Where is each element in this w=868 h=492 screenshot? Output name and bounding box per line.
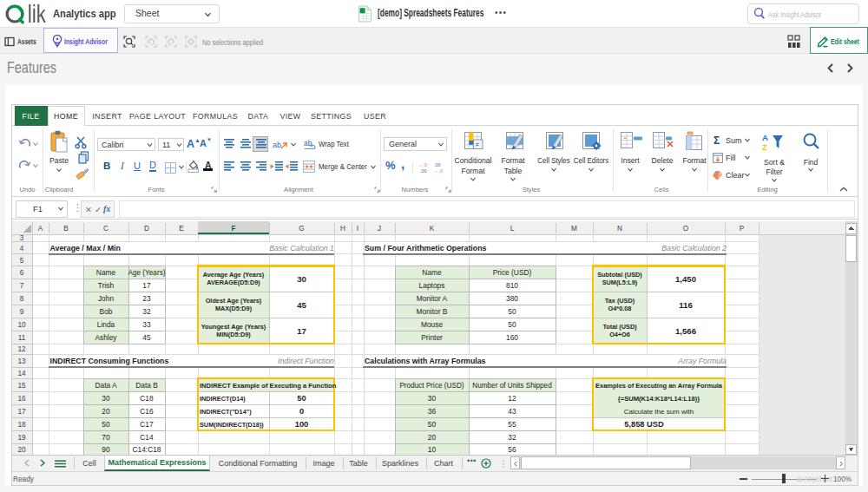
svg-text:43: 43 — [508, 407, 516, 416]
svg-text:3: 3 — [20, 234, 24, 242]
svg-text:90: 90 — [102, 445, 110, 454]
svg-text:Data A: Data A — [95, 381, 117, 390]
svg-text:≠: ≠ — [476, 141, 479, 148]
svg-text:Product Price (USD): Product Price (USD) — [399, 382, 464, 390]
svg-text:D: D — [144, 225, 149, 233]
svg-text:12: 12 — [17, 345, 26, 353]
svg-text:45: 45 — [142, 333, 151, 342]
svg-text:John: John — [98, 294, 115, 303]
svg-text:Ashley: Ashley — [95, 333, 117, 342]
svg-text:4: 4 — [20, 245, 24, 253]
svg-text:B: B — [63, 225, 69, 233]
svg-text:Sum / Four Arithmetic Operatio: Sum / Four Arithmetic Operations — [365, 244, 487, 253]
svg-text:INDIRECT Example of Executing: INDIRECT Example of Executing a Function — [200, 382, 337, 390]
svg-text:I: I — [357, 225, 358, 233]
svg-text:Printer: Printer — [421, 333, 443, 342]
svg-text:18: 18 — [17, 421, 26, 429]
svg-text:Age (Years): Age (Years) — [128, 269, 166, 277]
svg-text:0: 0 — [299, 407, 304, 416]
svg-text:C16: C16 — [140, 407, 154, 416]
svg-text:30: 30 — [297, 274, 306, 284]
svg-text:50: 50 — [102, 420, 110, 429]
svg-text:50: 50 — [428, 420, 437, 429]
svg-text:5,858 USD: 5,858 USD — [624, 420, 664, 429]
svg-text:L: L — [510, 225, 515, 233]
svg-text:30: 30 — [102, 394, 110, 403]
svg-text:380: 380 — [506, 294, 518, 303]
svg-text:N: N — [617, 225, 622, 233]
svg-text:F: F — [231, 225, 235, 233]
svg-text:←.0: ←.0 — [418, 162, 427, 167]
svg-text:MIN(D5:D9): MIN(D5:D9) — [216, 331, 251, 338]
svg-text:7: 7 — [20, 282, 24, 290]
svg-text:20: 20 — [102, 407, 110, 416]
svg-text:Indirect Function: Indirect Function — [278, 357, 334, 365]
svg-text:Basic Calculation 2: Basic Calculation 2 — [661, 244, 727, 253]
svg-text:INDIRECT(D14): INDIRECT(D14) — [200, 395, 246, 403]
svg-text:K: K — [430, 225, 435, 233]
svg-text:17: 17 — [17, 408, 26, 416]
svg-text:SUM(INDIRECT(D18)): SUM(INDIRECT(D18)) — [200, 421, 264, 429]
svg-text:M: M — [571, 225, 577, 233]
svg-text:MAX(D5:D9): MAX(D5:D9) — [215, 305, 253, 312]
svg-text:1,450: 1,450 — [675, 274, 696, 284]
svg-text:P: P — [740, 225, 745, 233]
svg-text:Name: Name — [422, 268, 442, 277]
svg-text:INDIRECT("D14"): INDIRECT("D14") — [200, 408, 252, 416]
svg-text:ab: ab — [273, 141, 281, 149]
svg-text:50: 50 — [508, 307, 516, 316]
svg-text:116: 116 — [679, 300, 692, 310]
svg-text:32: 32 — [142, 307, 151, 316]
svg-text:C14:C18: C14:C18 — [132, 445, 161, 454]
svg-text:11: 11 — [18, 334, 26, 342]
svg-text:C17: C17 — [140, 420, 154, 429]
svg-text:Number of Units Shipped: Number of Units Shipped — [472, 382, 552, 390]
svg-text:17: 17 — [297, 326, 306, 336]
svg-text:55: 55 — [508, 420, 516, 429]
svg-text:56: 56 — [508, 445, 516, 454]
svg-text:Examples of Executing an Array: Examples of Executing an Array Formula — [595, 382, 723, 390]
svg-text:Array Formula: Array Formula — [677, 357, 727, 365]
svg-text:G: G — [299, 225, 304, 233]
svg-text:20: 20 — [17, 446, 26, 454]
svg-text:70: 70 — [102, 433, 110, 442]
svg-text:10: 10 — [17, 321, 26, 329]
svg-text:23: 23 — [142, 294, 151, 303]
svg-text:12: 12 — [508, 394, 516, 403]
svg-text:AVERAGE(D5:D9): AVERAGE(D5:D9) — [207, 279, 260, 286]
svg-text:O4+O6: O4+O6 — [609, 331, 630, 338]
svg-text:5: 5 — [20, 257, 24, 265]
svg-text:Monitor B: Monitor B — [417, 307, 448, 316]
svg-text:Trish: Trish — [98, 281, 115, 290]
svg-text:Linda: Linda — [97, 320, 115, 329]
svg-text:Mouse: Mouse — [421, 320, 443, 329]
svg-text:14: 14 — [17, 370, 26, 377]
svg-text:C14: C14 — [140, 433, 154, 442]
svg-text:810: 810 — [506, 281, 518, 290]
svg-text:15: 15 — [17, 382, 26, 390]
svg-text:19: 19 — [17, 434, 26, 442]
svg-text:20: 20 — [428, 433, 437, 442]
svg-text:C: C — [103, 225, 108, 233]
svg-text:A: A — [762, 133, 768, 142]
svg-text:32: 32 — [508, 433, 516, 442]
svg-text:13: 13 — [17, 358, 26, 365]
svg-text:30: 30 — [428, 394, 437, 403]
svg-text:Average / Max / Min: Average / Max / Min — [50, 244, 121, 253]
svg-text:{=SUM(K14:K18*L14:L18)}: {=SUM(K14:K18*L14:L18)} — [618, 395, 700, 403]
svg-text:O: O — [683, 225, 688, 233]
svg-text:17: 17 — [142, 281, 151, 290]
svg-text:Z: Z — [762, 142, 767, 151]
svg-text:C18: C18 — [140, 394, 154, 403]
svg-text:100: 100 — [295, 420, 309, 429]
svg-text:.00: .00 — [434, 162, 441, 167]
svg-text:16: 16 — [17, 395, 26, 403]
svg-text:Calculate the sum with: Calculate the sum with — [624, 408, 694, 416]
svg-text:10: 10 — [428, 445, 437, 454]
svg-text:8: 8 — [20, 295, 24, 303]
svg-text:Laptops: Laptops — [419, 281, 445, 290]
svg-text:.00: .00 — [420, 168, 427, 174]
svg-text:Name: Name — [96, 268, 116, 277]
svg-text:Bob: Bob — [100, 307, 113, 316]
svg-text:1,566: 1,566 — [675, 326, 696, 336]
